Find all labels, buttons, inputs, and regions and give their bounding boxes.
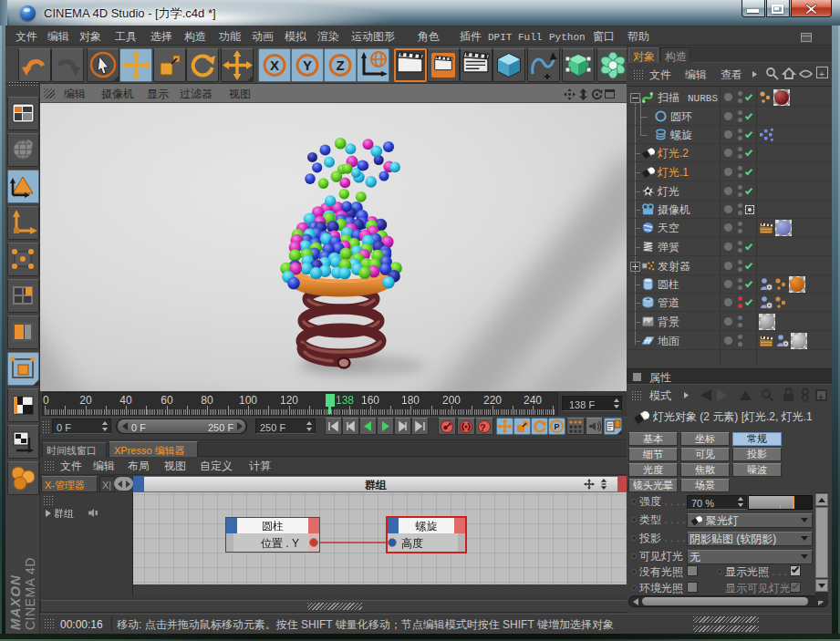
svg-text:P: P <box>554 422 559 431</box>
svg-text:X: X <box>270 57 279 73</box>
svg-text:Y: Y <box>303 57 312 73</box>
svg-text:Z: Z <box>336 57 344 73</box>
